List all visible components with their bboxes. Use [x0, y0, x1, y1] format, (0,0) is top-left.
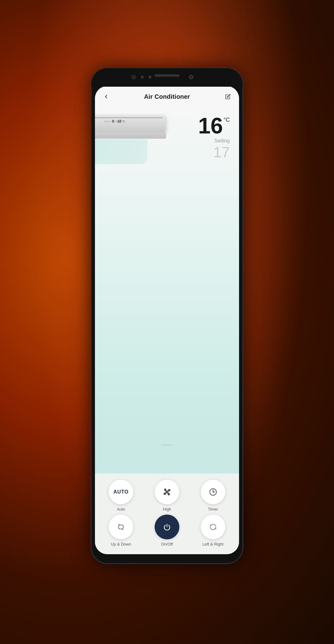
edit-button[interactable]: [223, 92, 233, 102]
left-right-button[interactable]: Left & Right: [201, 515, 225, 546]
ac-body: PM2.5 0 | -10 °C: [95, 115, 166, 133]
fan-icon: [162, 487, 172, 497]
timer-label: Timer: [208, 507, 218, 511]
main-content: PM2.5 0 | -10 °C 16 °C Setting 17: [95, 105, 239, 473]
timer-button[interactable]: Timer: [201, 480, 225, 511]
ac-unit: PM2.5 0 | -10 °C: [95, 105, 172, 161]
camera-left: [131, 75, 136, 79]
temp-setting-label: Setting: [198, 138, 230, 144]
on-off-label: On/Off: [161, 542, 173, 546]
phone-top-bar: [91, 68, 243, 87]
app-header: Air Conditioner: [95, 86, 239, 105]
left-right-circle: [201, 515, 225, 539]
screen: Air Conditioner PM2.5 0 | -10 °C: [95, 86, 239, 554]
power-icon: [162, 522, 172, 532]
auto-label: Auto: [117, 507, 125, 511]
temp-number: 16: [198, 115, 223, 137]
high-circle: [155, 480, 179, 504]
ac-vane: [95, 133, 166, 139]
high-button[interactable]: High: [155, 480, 179, 511]
temperature-display: 16 °C Setting 17: [198, 115, 230, 161]
dot1: [141, 76, 144, 79]
controls-row-2: Up & Down On/Off: [98, 515, 236, 546]
dot2: [148, 76, 152, 79]
page-title: Air Conditioner: [144, 93, 190, 100]
temp-setting-value: 17: [198, 144, 230, 161]
pm-sep: |: [115, 120, 115, 123]
back-button[interactable]: [101, 92, 111, 102]
pm-temp: -10: [116, 119, 121, 124]
bottom-controls: AUTO Auto High: [95, 473, 239, 554]
ac-airflow: [95, 139, 148, 164]
svg-point-0: [166, 491, 168, 493]
pm-label: PM2.5: [104, 120, 111, 123]
timer-icon: [208, 487, 218, 497]
on-off-button[interactable]: On/Off: [155, 515, 179, 546]
auto-button[interactable]: AUTO Auto: [109, 480, 133, 511]
camera-right: [189, 75, 193, 79]
current-temp: 16 °C: [198, 115, 230, 137]
pm-deg: °C: [122, 120, 125, 123]
up-down-circle: [109, 515, 133, 539]
svg-point-2: [212, 491, 214, 493]
leftright-icon: [208, 522, 218, 532]
ac-pm-display: PM2.5 0 | -10 °C: [104, 119, 125, 124]
controls-row-1: AUTO Auto High: [98, 480, 236, 511]
up-down-label: Up & Down: [111, 542, 131, 546]
on-off-circle: [155, 515, 179, 539]
left-right-label: Left & Right: [203, 542, 224, 546]
pm-value: 0: [112, 119, 114, 124]
up-down-button[interactable]: Up & Down: [109, 515, 133, 546]
temp-unit: °C: [224, 117, 230, 123]
updown-icon: [116, 522, 126, 532]
swipe-handle: [161, 442, 173, 449]
speaker: [155, 74, 179, 77]
timer-circle: [201, 480, 225, 504]
auto-circle: AUTO: [109, 480, 133, 504]
auto-text-label: AUTO: [113, 489, 129, 495]
high-label: High: [163, 507, 171, 511]
phone-frame: Air Conditioner PM2.5 0 | -10 °C: [91, 68, 243, 564]
